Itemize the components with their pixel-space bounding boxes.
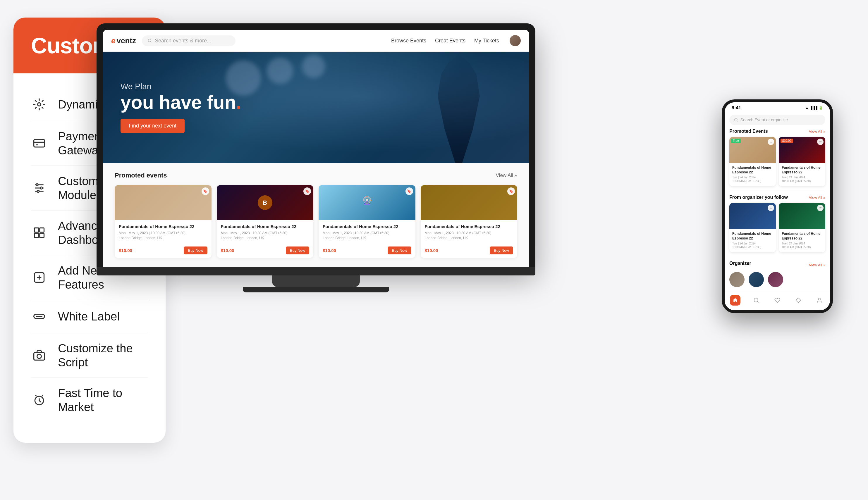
phone-event-badge-0: Free <box>731 139 741 143</box>
promoted-header: Promoted events View All » <box>115 172 517 179</box>
bottom-nav-heart[interactable] <box>772 295 782 306</box>
phone-follow-info-1: Fundamentals of Home Espresso 22 Tue | 2… <box>779 229 825 252</box>
phone-promoted-header: Promoted Events View All » <box>729 129 825 134</box>
phone-bottom-nav <box>725 292 830 310</box>
hero-subtext: We Plan <box>121 82 241 91</box>
phone-event-img-1: $10.00 ♡ <box>779 137 825 163</box>
bookmark-icon-1[interactable]: 🔖 <box>303 188 311 195</box>
bookmark-icon-3[interactable]: 🔖 <box>507 188 515 195</box>
view-all-link[interactable]: View All » <box>496 172 517 178</box>
organizer-avatar-1[interactable] <box>749 272 764 287</box>
eventz-nav-links: Browse Events Creat Events My Tickets <box>391 38 499 44</box>
svg-point-29 <box>819 298 821 300</box>
phone-follow-events: ♡ Fundamentals of Home Espresso 22 Tue |… <box>729 203 825 252</box>
phone-divider-2 <box>729 257 825 257</box>
svg-point-8 <box>41 187 42 189</box>
svg-rect-10 <box>35 228 39 232</box>
organizer-avatar-0[interactable] <box>729 272 745 287</box>
events-grid: 🔖 Fundamentals of Home Espresso 22 Mon |… <box>115 185 517 258</box>
phone-search-placeholder: Search Event or organizer <box>741 117 788 122</box>
nav-creat-events[interactable]: Creat Events <box>435 38 465 44</box>
buy-button-3[interactable]: Buy Now <box>490 247 513 254</box>
phone-follow-name-0: Fundamentals of Home Espresso 22 <box>732 231 773 241</box>
menu-item-white-label[interactable]: White Label <box>31 300 148 333</box>
event-price-1: $10.00 <box>221 248 234 253</box>
nav-my-tickets[interactable]: My Tickets <box>474 38 499 44</box>
phone-organizer-section: Organizer View All » <box>725 261 830 292</box>
phone-follow-time-1: 10:30 AM (GMT+5:30) <box>782 246 822 249</box>
phone-follow-fav-0[interactable]: ♡ <box>768 205 774 211</box>
phone-follow-fav-1[interactable]: ♡ <box>817 205 824 211</box>
phone-event-img-0: Free ♡ <box>729 137 776 163</box>
menu-label-fast-time: Fast Time to Market <box>58 386 148 414</box>
svg-point-26 <box>754 298 758 302</box>
svg-point-22 <box>148 39 151 42</box>
phone-follow-time-0: 10:30 AM (GMT+5:30) <box>732 246 773 249</box>
phone-event-badge-1: $10.00 <box>780 139 793 143</box>
laptop-container: eventz Search events & more... Browse Ev… <box>97 23 536 292</box>
phone-fav-1[interactable]: ♡ <box>817 139 824 145</box>
bottom-nav-search[interactable] <box>751 295 762 306</box>
phone-follow-img-0: ♡ <box>729 203 776 229</box>
phone-follow-title: From organizer you follow <box>729 195 788 200</box>
event-location-1: London Bridge, London, UK <box>221 236 309 240</box>
bookmark-icon-2[interactable]: 🔖 <box>405 188 413 195</box>
svg-point-24 <box>735 118 737 121</box>
laptop-base <box>243 287 389 292</box>
phone-signals: ▲ ▐▐▐ 🔋 <box>805 106 823 110</box>
laptop-screen: eventz Search events & more... Browse Ev… <box>103 30 529 267</box>
event-footer-2: $10.00 Buy Now <box>319 247 415 258</box>
find-next-event-button[interactable]: Find your next event <box>121 119 184 133</box>
buy-button-2[interactable]: Buy Now <box>388 247 411 254</box>
eventz-search-placeholder: Search events & more... <box>155 38 211 44</box>
event-name-3: Fundamentals of Home Espresso 22 <box>425 224 514 229</box>
organizer-avatar-2[interactable] <box>768 272 783 287</box>
eventz-search-bar[interactable]: Search events & more... <box>142 35 236 46</box>
settings-icon <box>31 96 47 113</box>
bottom-nav-home[interactable] <box>730 295 741 306</box>
phone-divider-1 <box>729 191 825 191</box>
event-card-3: 🔖 Fundamentals of Home Espresso 22 Mon |… <box>421 185 518 258</box>
phone-container: 9:41 ▲ ▐▐▐ 🔋 Search Event or organizer P… <box>722 99 833 313</box>
phone-follow-card-1: ♡ Fundamentals of Home Espresso 22 Tue |… <box>779 203 825 252</box>
event-footer-1: $10.00 Buy Now <box>217 247 314 258</box>
dashboard-icon <box>31 225 47 241</box>
phone-event-time-0: 10:30 AM (GMT+5:30) <box>732 180 773 183</box>
phone-promoted-view-all[interactable]: View All » <box>809 129 825 134</box>
event-date-3: Mon | May 1, 2023 | 10:30 AM (GMT+5:30) <box>425 231 514 235</box>
phone-event-card-0: Free ♡ Fundamentals of Home Espresso 22 … <box>729 137 776 186</box>
bookmark-icon-0[interactable]: 🔖 <box>202 188 209 195</box>
tag-icon <box>31 308 47 325</box>
event-image-0: 🔖 <box>115 185 212 220</box>
promoted-section: Promoted events View All » 🔖 Fundamental… <box>103 163 529 267</box>
svg-rect-13 <box>40 233 44 238</box>
menu-label-customize-script: Customize the Script <box>58 341 148 369</box>
phone-follow-img-1: ♡ <box>779 203 825 229</box>
event-price-0: $10.00 <box>119 248 132 253</box>
phone-fav-0[interactable]: ♡ <box>768 139 774 145</box>
eventz-navbar: eventz Search events & more... Browse Ev… <box>103 30 529 52</box>
phone-organizer-title: Organizer <box>729 261 751 266</box>
svg-rect-1 <box>34 139 45 147</box>
phone-follow-view-all[interactable]: View All » <box>809 195 825 200</box>
phone-follow-name-1: Fundamentals of Home Espresso 22 <box>782 231 822 241</box>
bottom-nav-diamond[interactable] <box>793 295 804 306</box>
phone-search-bar[interactable]: Search Event or organizer <box>729 115 825 125</box>
svg-rect-12 <box>35 233 39 238</box>
event-name-0: Fundamentals of Home Espresso 22 <box>119 224 207 229</box>
buy-button-0[interactable]: Buy Now <box>184 247 207 254</box>
event-info-2: Fundamentals of Home Espresso 22 Mon | M… <box>319 220 415 247</box>
event-footer-0: $10.00 Buy Now <box>115 247 212 258</box>
phone-event-name-0: Fundamentals of Home Espresso 22 <box>732 166 773 174</box>
buy-button-1[interactable]: Buy Now <box>286 247 309 254</box>
phone-organizer-view-all[interactable]: View All » <box>809 263 825 267</box>
user-avatar[interactable] <box>510 35 521 46</box>
event-name-2: Fundamentals of Home Espresso 22 <box>323 224 411 229</box>
menu-item-fast-time[interactable]: Fast Time to Market <box>31 378 148 422</box>
phone-event-info-0: Fundamentals of Home Espresso 22 Tue | 2… <box>729 163 776 186</box>
bottom-nav-profile[interactable] <box>814 295 825 306</box>
nav-browse-events[interactable]: Browse Events <box>391 38 426 44</box>
svg-line-23 <box>151 42 151 42</box>
menu-item-customize-script[interactable]: Customize the Script <box>31 333 148 378</box>
phone-follow-date-1: Tue | 24 Jan 2024 <box>782 242 822 245</box>
